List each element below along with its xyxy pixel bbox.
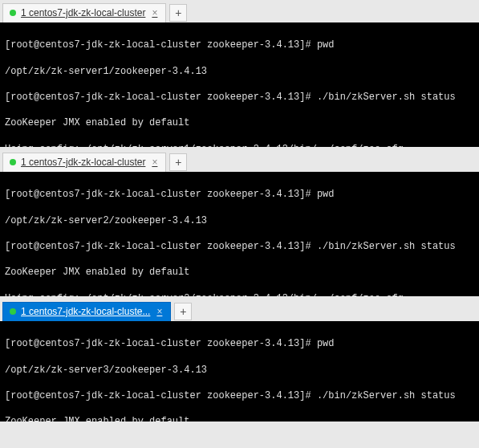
command: pwd — [317, 189, 335, 200]
terminal-output-3[interactable]: [root@centos7-jdk-zk-local-cluster zooke… — [0, 321, 479, 422]
plus-icon: + — [180, 305, 186, 318]
close-icon[interactable]: × — [150, 157, 159, 168]
prompt: [root@centos7-jdk-zk-local-cluster zooke… — [5, 92, 311, 103]
status-dot-icon — [10, 159, 16, 165]
command: ./bin/zkServer.sh status — [317, 92, 456, 103]
plus-icon: + — [175, 156, 181, 169]
close-icon[interactable]: × — [150, 7, 159, 18]
close-icon[interactable]: × — [155, 306, 164, 317]
terminal-pane-3: 1 centos7-jdk-zk-local-cluste... × + [ro… — [0, 299, 479, 422]
command: pwd — [317, 39, 335, 51]
pwd-output: /opt/zk/zk-server1/zookeeper-3.4.13 — [5, 65, 474, 78]
prompt: [root@centos7-jdk-zk-local-cluster zooke… — [5, 241, 311, 252]
output-line: ZooKeeper JMX enabled by default — [5, 116, 474, 129]
add-tab-button[interactable]: + — [174, 303, 192, 320]
tab-label: 1 centos7-jdk-zk-local-cluster — [21, 7, 145, 18]
prompt: [root@centos7-jdk-zk-local-cluster zooke… — [5, 39, 311, 51]
session-tab-2[interactable]: 1 centos7-jdk-zk-local-cluster × — [2, 153, 166, 172]
session-tab-3[interactable]: 1 centos7-jdk-zk-local-cluste... × — [2, 302, 171, 321]
terminal-output-2[interactable]: [root@centos7-jdk-zk-local-cluster zooke… — [0, 172, 479, 296]
terminal-pane-2: 1 centos7-jdk-zk-local-cluster × + [root… — [0, 149, 479, 296]
status-dot-icon — [10, 308, 16, 315]
tab-bar: 1 centos7-jdk-zk-local-cluster × + — [0, 0, 479, 22]
output-line: ZooKeeper JMX enabled by default — [5, 415, 474, 422]
terminal-pane-1: 1 centos7-jdk-zk-local-cluster × + [root… — [0, 0, 479, 147]
pwd-output: /opt/zk/zk-server2/zookeeper-3.4.13 — [5, 214, 474, 227]
add-tab-button[interactable]: + — [169, 4, 187, 22]
plus-icon: + — [175, 6, 181, 19]
terminal-output-1[interactable]: [root@centos7-jdk-zk-local-cluster zooke… — [0, 22, 479, 147]
tab-label: 1 centos7-jdk-zk-local-cluste... — [21, 306, 150, 317]
command: pwd — [317, 338, 335, 349]
tab-bar: 1 centos7-jdk-zk-local-cluste... × + — [0, 299, 479, 321]
add-tab-button[interactable]: + — [169, 153, 187, 171]
command: ./bin/zkServer.sh status — [317, 390, 456, 401]
pwd-output: /opt/zk/zk-server3/zookeeper-3.4.13 — [5, 364, 474, 377]
output-line: ZooKeeper JMX enabled by default — [5, 266, 474, 279]
command: ./bin/zkServer.sh status — [317, 241, 456, 252]
tab-bar: 1 centos7-jdk-zk-local-cluster × + — [0, 149, 479, 172]
tab-label: 1 centos7-jdk-zk-local-cluster — [21, 157, 145, 168]
session-tab-1[interactable]: 1 centos7-jdk-zk-local-cluster × — [2, 3, 166, 22]
prompt: [root@centos7-jdk-zk-local-cluster zooke… — [5, 390, 311, 401]
prompt: [root@centos7-jdk-zk-local-cluster zooke… — [5, 338, 311, 349]
status-dot-icon — [10, 10, 16, 16]
prompt: [root@centos7-jdk-zk-local-cluster zooke… — [5, 189, 311, 200]
